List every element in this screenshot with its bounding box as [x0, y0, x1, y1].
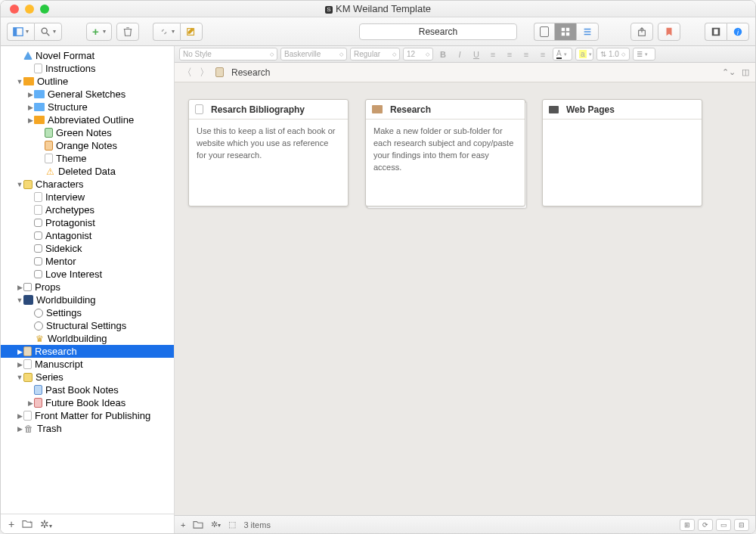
binder-item[interactable]: ▶Manuscript	[1, 358, 174, 371]
binder-item-label: Settings	[46, 307, 82, 318]
add-folder-button[interactable]: +	[22, 518, 33, 530]
compose-button[interactable]	[180, 23, 203, 41]
binder-item[interactable]: Archetypes	[1, 203, 174, 216]
binder-toggle-button[interactable]: ▾	[7, 23, 34, 41]
corkboard[interactable]: Resarch BibliographyUse this to keep a l…	[175, 82, 755, 515]
card-synopsis[interactable]	[543, 120, 702, 206]
disclosure-triangle[interactable]: ▼	[16, 374, 23, 381]
disclosure-triangle[interactable]: ▶	[26, 116, 34, 124]
binder-item[interactable]: ▶Future Book Ideas	[1, 396, 174, 409]
share-button[interactable]	[631, 23, 653, 41]
disclosure-triangle[interactable]: ▼	[16, 181, 23, 188]
disclosure-triangle[interactable]: ▶	[16, 412, 23, 420]
binder-item[interactable]: Protagonist	[1, 216, 174, 229]
view-corkboard-button[interactable]	[554, 23, 576, 41]
binder-item[interactable]: ▼Worldbuilding	[1, 293, 174, 306]
line-spacing-selector[interactable]: ⇅1.0◇	[596, 48, 630, 61]
bookmark-button[interactable]	[658, 23, 680, 41]
binder-item[interactable]: ▶Props	[1, 281, 174, 293]
binder-item[interactable]: ▶Structure	[1, 101, 174, 113]
style-selector[interactable]: No Style◇	[179, 48, 277, 61]
binder-item[interactable]: ▼Outline	[1, 75, 174, 88]
add-item-button[interactable]: +	[8, 518, 14, 530]
nav-up-down-button[interactable]: ⌃⌄	[722, 67, 736, 77]
disclosure-triangle[interactable]: ▶	[26, 399, 34, 407]
binder-item[interactable]: ▼Characters	[1, 178, 174, 191]
disclosure-triangle[interactable]: ▶	[16, 361, 23, 368]
align-justify-button[interactable]: ≡	[536, 48, 550, 61]
breadcrumb-label[interactable]: Research	[231, 67, 270, 78]
binder-item[interactable]: Instructions	[1, 62, 174, 75]
align-center-button[interactable]: ≡	[503, 48, 516, 61]
disclosure-triangle[interactable]: ▶	[16, 284, 23, 291]
card-synopsis[interactable]: Use this to keep a list of each book or …	[189, 120, 348, 206]
card-synopsis[interactable]: Make a new folder or sub-folder for each…	[366, 120, 525, 206]
index-card[interactable]: Resarch BibliographyUse this to keep a l…	[188, 99, 349, 206]
link-button[interactable]: ▾	[153, 23, 180, 41]
disclosure-triangle[interactable]: ▶	[26, 91, 34, 98]
binder-item[interactable]: ▶Front Matter for Publishing	[1, 409, 174, 422]
trash-icon: 🗑	[23, 424, 34, 434]
binder-item[interactable]: ♛Worldbuilding	[1, 332, 174, 345]
underline-button[interactable]: U	[469, 48, 483, 61]
binder-item[interactable]: Settings	[1, 306, 174, 319]
corkboard-freeform-button[interactable]: ⟳	[698, 519, 713, 531]
binder-item[interactable]: Love Interest	[1, 268, 174, 281]
font-weight-selector[interactable]: Regular◇	[350, 48, 400, 61]
font-size-selector[interactable]: 12◇	[403, 48, 433, 61]
index-card[interactable]: Web Pages	[542, 99, 702, 206]
binder-item[interactable]: ▼Series	[1, 371, 174, 383]
binder-item[interactable]: Sidekick	[1, 242, 174, 255]
search-menu-button[interactable]: ▾	[34, 23, 62, 41]
binder-item[interactable]: Past Book Notes	[1, 383, 174, 396]
footer-add-button[interactable]: +	[181, 520, 185, 529]
highlight-color-button[interactable]: a▾	[575, 48, 593, 61]
binder-item[interactable]: Structural Settings	[1, 319, 174, 332]
binder-item[interactable]: ▶Abbreviated Outline	[1, 113, 174, 126]
trash-button[interactable]	[116, 23, 139, 41]
corkboard-label-button[interactable]: ▭	[716, 519, 731, 531]
disclosure-triangle[interactable]: ▼	[16, 78, 23, 85]
binder-item[interactable]: Green Notes	[1, 126, 174, 139]
inspector-toggle-button[interactable]: i	[727, 23, 749, 41]
card-header: Research	[366, 100, 525, 120]
binder-item[interactable]: Mentor	[1, 255, 174, 268]
binder-item[interactable]: Novel Format	[1, 49, 174, 62]
disclosure-triangle[interactable]: ▶	[16, 348, 23, 355]
corkboard-arrange-button[interactable]: ⊟	[734, 519, 749, 531]
split-view-button[interactable]: ◫	[742, 67, 749, 77]
binder-item[interactable]: Interview	[1, 191, 174, 203]
footer-selection-button[interactable]: ⬚	[228, 520, 236, 529]
binder-tree[interactable]: Novel FormatInstructions▼Outline▶General…	[1, 46, 174, 514]
text-color-button[interactable]: A▾	[553, 48, 572, 61]
corkboard-grid-button[interactable]: ⊞	[680, 519, 695, 531]
font-selector[interactable]: Baskerville◇	[280, 48, 347, 61]
nav-back-button[interactable]: 〈	[181, 66, 194, 79]
index-card[interactable]: ResearchMake a new folder or sub-folder …	[365, 99, 525, 206]
binder-item[interactable]: Antagonist	[1, 229, 174, 242]
toolbar-search-input[interactable]	[359, 23, 517, 40]
disclosure-triangle[interactable]: ▼	[16, 296, 23, 304]
align-right-button[interactable]: ≡	[519, 48, 533, 61]
footer-gear-button[interactable]: ✲▾	[211, 520, 221, 529]
binder-item[interactable]: Theme	[1, 152, 174, 165]
bold-button[interactable]: B	[436, 48, 450, 61]
footer-add-folder-button[interactable]	[193, 520, 203, 530]
list-selector[interactable]: ≣▾	[633, 48, 655, 61]
disclosure-triangle[interactable]: ▶	[16, 425, 23, 433]
gear-menu-button[interactable]: ✲▾	[40, 518, 52, 530]
view-single-button[interactable]	[534, 23, 554, 41]
binder-item[interactable]: Orange Notes	[1, 139, 174, 152]
compose-mode-button[interactable]	[705, 23, 727, 41]
binder-item[interactable]: ▶🗑Trash	[1, 422, 174, 435]
italic-button[interactable]: I	[453, 48, 466, 61]
view-outline-button[interactable]	[576, 23, 599, 41]
disclosure-triangle[interactable]: ▶	[26, 104, 34, 111]
binder-item[interactable]: ⚠Deleted Data	[1, 165, 174, 178]
add-button[interactable]: +▾	[86, 23, 112, 41]
align-left-button[interactable]: ≡	[486, 48, 500, 61]
binder-item[interactable]: ▶General Sketches	[1, 88, 174, 101]
fold-icon	[34, 90, 45, 98]
binder-item[interactable]: ▶Research	[1, 345, 174, 358]
nav-forward-button[interactable]: 〉	[198, 66, 211, 79]
